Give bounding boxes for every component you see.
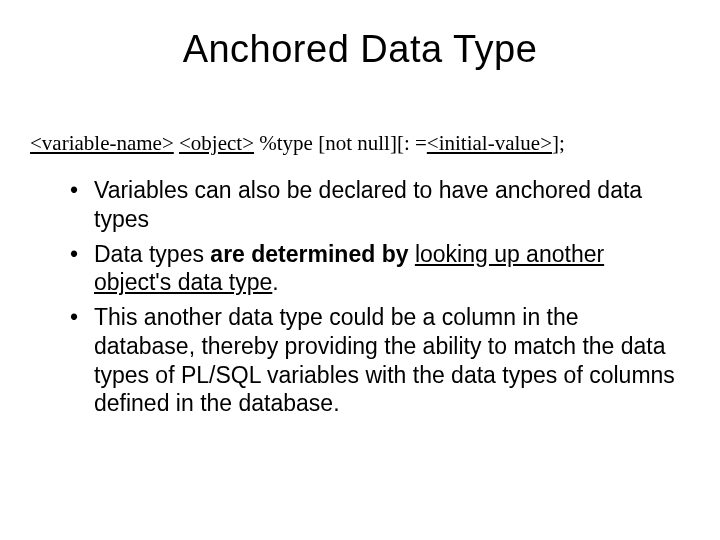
bullet-item: Data types are determined by looking up … xyxy=(70,240,680,298)
syntax-variable-name: <variable-name> xyxy=(30,131,174,155)
bullet-text: Variables can also be declared to have a… xyxy=(94,177,642,232)
slide-title: Anchored Data Type xyxy=(0,0,720,81)
syntax-line: <variable-name> <object> %type [not null… xyxy=(0,81,720,166)
bullet-item: This another data type could be a column… xyxy=(70,303,680,418)
bullet-text-part: Data types xyxy=(94,241,210,267)
bullet-text-part: . xyxy=(272,269,278,295)
bullet-list: Variables can also be declared to have a… xyxy=(0,166,720,418)
syntax-tail: ]; xyxy=(552,131,565,155)
bullet-text: This another data type could be a column… xyxy=(94,304,675,416)
syntax-type-clause: %type [not null][: = xyxy=(254,131,427,155)
slide: Anchored Data Type <variable-name> <obje… xyxy=(0,0,720,540)
bullet-text-bold: are determined by xyxy=(210,241,408,267)
bullet-item: Variables can also be declared to have a… xyxy=(70,176,680,234)
syntax-initial-value: <initial-value> xyxy=(427,131,552,155)
syntax-object: <object> xyxy=(179,131,254,155)
